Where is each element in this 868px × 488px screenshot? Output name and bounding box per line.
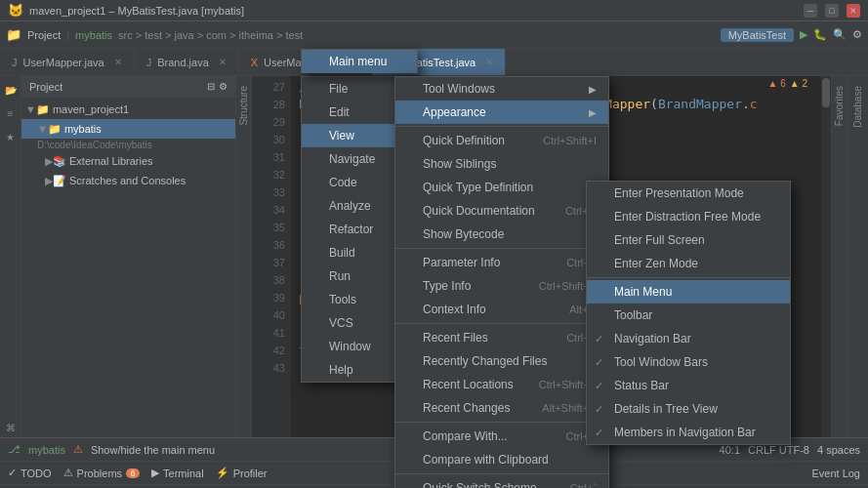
sep-app-1: [587, 277, 790, 278]
view-quick-doc[interactable]: Quick Documentation Ctrl+Q: [395, 199, 608, 223]
sep-4: [395, 422, 608, 423]
tab-label-1: UserMapper.java: [23, 57, 104, 68]
appearance-presentation[interactable]: Enter Presentation Mode: [587, 182, 790, 205]
view-quick-type[interactable]: Quick Type Definition: [395, 176, 608, 199]
todo-button[interactable]: ✓ TODO: [8, 467, 52, 479]
terminal-button[interactable]: ▶ Terminal: [151, 467, 204, 479]
structure-label[interactable]: Structure: [236, 80, 251, 132]
appearance-details-tree[interactable]: ✓ Details in Tree View: [587, 397, 790, 421]
tab-close-4[interactable]: ✕: [485, 57, 493, 67]
sidebar-bottom-1[interactable]: ⌘: [1, 418, 21, 437]
status-git-branch: mybatis: [28, 444, 65, 456]
view-parameter-info[interactable]: Parameter Info Ctrl+P: [395, 251, 608, 274]
sep-2: [395, 248, 608, 249]
tree-item-mybatis[interactable]: ▼ 📁 mybatis: [21, 119, 235, 139]
tree-label-mybatis: mybatis: [64, 123, 102, 135]
project-panel-header: Project ⊟ ⚙: [21, 76, 235, 98]
tree-expand-maven: ▼: [25, 103, 36, 115]
main-menu-label-item[interactable]: Main menu: [302, 50, 417, 73]
problems-icon: ⚠: [63, 467, 73, 479]
tree-icon-maven: 📁: [36, 103, 50, 116]
line-28: 28: [273, 96, 285, 113]
appearance-tool-window-bars[interactable]: ✓ Tool Window Bars: [587, 350, 790, 374]
appearance-distraction[interactable]: Enter Distraction Free Mode: [587, 205, 790, 228]
tab-close-1[interactable]: ✕: [114, 57, 122, 67]
sep-5: [395, 473, 608, 474]
settings-button[interactable]: ⚙: [852, 28, 862, 41]
line-29: 29: [273, 113, 285, 131]
sidebar-structure-icon[interactable]: ≡: [1, 103, 21, 123]
appearance-toolbar[interactable]: Toolbar: [587, 304, 790, 327]
view-context-info[interactable]: Context Info Alt+Q: [395, 298, 608, 321]
event-log-label: Event Log: [811, 468, 860, 479]
tab-icon-1: J: [12, 57, 18, 68]
view-quick-switch[interactable]: Quick Switch Scheme... Ctrl+`: [395, 476, 608, 488]
line-30: 30: [273, 131, 285, 148]
toolbar-path: src > test > java > com > itheima > test: [118, 29, 303, 41]
status-encoding: CRLF UTF-8: [748, 444, 809, 456]
minimize-button[interactable]: ─: [804, 4, 817, 18]
profiler-label: Profiler: [233, 468, 268, 479]
tree-label-scratches: Scratches and Consoles: [69, 175, 186, 186]
appearance-zen[interactable]: Enter Zen Mode: [587, 252, 790, 275]
favorites-side-panel: Favorites: [831, 76, 847, 437]
event-log-button[interactable]: Event Log: [811, 468, 860, 479]
warning-count: ▲ 2: [790, 78, 807, 89]
run-button[interactable]: ▶: [800, 28, 807, 41]
appearance-navigation-bar[interactable]: ✓ Navigation Bar: [587, 327, 790, 350]
tree-label-maven: maven_project1: [53, 103, 129, 115]
maximize-button[interactable]: □: [825, 4, 839, 18]
view-recent-files[interactable]: Recent Files Ctrl+E: [395, 326, 608, 349]
editor-scrollbar[interactable]: [821, 76, 831, 437]
view-recent-changes[interactable]: Recent Changes Alt+Shift+C: [395, 396, 608, 420]
close-button[interactable]: ✕: [847, 4, 860, 18]
view-show-bytecode[interactable]: Show Bytecode: [395, 223, 608, 246]
line-34: 34: [273, 201, 285, 219]
tree-item-maven[interactable]: ▼ 📁 maven_project1: [21, 100, 235, 119]
sidebar-project-icon[interactable]: 📂: [1, 80, 21, 100]
view-tool-windows[interactable]: Tool Windows ▶: [395, 77, 608, 101]
favorites-label[interactable]: Favorites: [832, 80, 847, 132]
problems-label: Problems: [77, 468, 122, 479]
problems-button[interactable]: ⚠ Problems 6: [63, 467, 140, 479]
line-27: 27: [273, 78, 285, 96]
view-appearance[interactable]: Appearance ▶: [395, 101, 608, 124]
view-compare-with[interactable]: Compare With... Ctrl+D: [395, 425, 608, 448]
appearance-members-nav[interactable]: ✓ Members in Navigation Bar: [587, 421, 790, 444]
tree-settings-icon[interactable]: ⚙: [219, 81, 227, 92]
database-label[interactable]: Database: [850, 80, 865, 134]
tab-usermapper-java[interactable]: J UserMapper.java ✕: [0, 49, 135, 75]
appearance-status-bar[interactable]: ✓ Status Bar: [587, 374, 790, 397]
debug-button[interactable]: 🐛: [813, 28, 827, 41]
profiler-button[interactable]: ⚡ Profiler: [216, 467, 268, 479]
view-compare-clipboard[interactable]: Compare with Clipboard: [395, 448, 608, 471]
tab-brand-java[interactable]: J Brand.java ✕: [135, 49, 239, 75]
line-35: 35: [273, 219, 285, 236]
tree-item-external[interactable]: ▶ 📚 External Libraries: [21, 151, 235, 171]
main-menu-label-context: Main menu: [301, 49, 418, 73]
tab-close-2[interactable]: ✕: [219, 57, 227, 67]
tab-icon-2: J: [146, 57, 152, 68]
file-tree-content: ▼ 📁 maven_project1 ▼ 📁 mybatis D:\code\I…: [21, 98, 235, 192]
line-37: 37: [273, 254, 285, 271]
line-41: 41: [273, 324, 285, 342]
sidebar-bookmark-icon[interactable]: ★: [1, 127, 21, 146]
view-recent-locations[interactable]: Recent Locations Ctrl+Shift+E: [395, 373, 608, 396]
todo-icon: ✓: [8, 467, 17, 479]
editor-scrollbar-thumb[interactable]: [822, 78, 830, 107]
appearance-fullscreen[interactable]: Enter Full Screen: [587, 228, 790, 252]
error-count: ▲ 6: [768, 78, 786, 89]
tree-collapse-icon[interactable]: ⊟: [207, 81, 215, 92]
appearance-main-menu[interactable]: Main Menu: [587, 280, 790, 304]
view-recently-changed[interactable]: Recently Changed Files: [395, 349, 608, 373]
tree-item-scratches[interactable]: ▶ 📝 Scratches and Consoles: [21, 171, 235, 190]
project-label: Project: [27, 29, 61, 41]
app-icon: 🐱: [8, 3, 23, 18]
tree-icon-external: 📚: [53, 155, 66, 168]
view-type-info[interactable]: Type Info Ctrl+Shift+P: [395, 274, 608, 298]
view-quick-definition[interactable]: Quick Definition Ctrl+Shift+I: [395, 129, 608, 152]
view-show-siblings[interactable]: Show Siblings: [395, 152, 608, 176]
project-panel-actions: ⊟ ⚙: [207, 81, 227, 92]
search-everywhere-button[interactable]: 🔍: [833, 28, 847, 41]
right-sidebar: Database: [847, 76, 868, 437]
